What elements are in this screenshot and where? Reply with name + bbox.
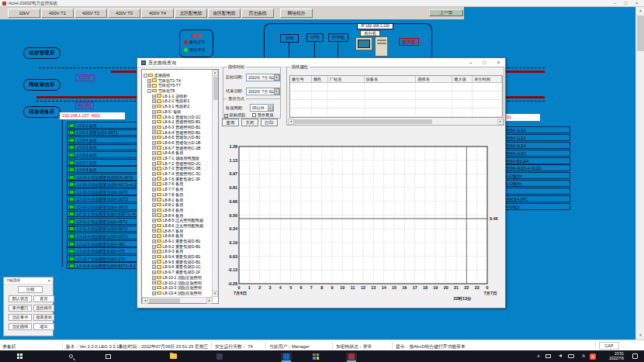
tree-expander-icon[interactable]: + [152, 105, 156, 109]
column-header[interactable]: 设备名 [365, 76, 417, 82]
feeder-row[interactable]: L3-10-2 特别重要负荷A-4EY1~A-3E1 [67, 181, 144, 188]
feeder-row[interactable]: L3-11-3 特别重要负荷A-5ET2 [67, 226, 144, 233]
tree-item[interactable]: +L8-8-5 泛光照明配电箱 [143, 218, 213, 223]
show-max-checkbox[interactable] [252, 113, 256, 117]
dropdown-icon[interactable]: ▼ [274, 88, 279, 95]
search-icon[interactable] [65, 353, 76, 360]
feeder-row[interactable]: L3-11-5 特别重要负荷A-4BC [67, 240, 144, 247]
feeder-row[interactable]: L3-11-7 特别重要负荷A-2T3 [67, 255, 144, 262]
tree-item[interactable]: +L8-7-1 场地用电预留 [143, 156, 213, 161]
tray-sogou-icon[interactable]: S [590, 353, 596, 362]
tree-expander-icon[interactable]: + [152, 95, 156, 98]
column-header[interactable]: 发生时间 [473, 76, 502, 82]
tree-expander-icon[interactable]: + [152, 203, 156, 207]
tray-volume-icon[interactable] [559, 354, 562, 362]
tree-expander-icon[interactable]: + [152, 234, 156, 238]
tree-item[interactable]: +L8-10-2 消防应急照明 [143, 281, 213, 286]
tree-expander-icon[interactable]: + [152, 255, 156, 259]
tree-expander-icon[interactable]: + [152, 286, 156, 290]
tree-item[interactable]: +L8-7-8 备用 [143, 192, 213, 198]
feeder-row[interactable]: L3-9-7 备用 [67, 159, 144, 166]
app-icon-grid[interactable] [310, 353, 321, 360]
tree-expander-icon[interactable]: + [152, 126, 156, 129]
tree-item[interactable]: +L8-10-1 消防应急照明 [143, 275, 213, 281]
query-button[interactable]: 查询 [222, 119, 239, 126]
previous-page-button[interactable]: 上一页 [429, 9, 463, 17]
scroll-thumb[interactable] [637, 16, 644, 51]
tree-item[interactable]: +L8-6-8 备用 [143, 150, 213, 156]
tab[interactable]: 400V T1 [41, 9, 74, 19]
tree-item[interactable]: +万体馆T5-T7 [143, 83, 213, 88]
tree-expander-icon[interactable]: - [147, 89, 151, 93]
column-header[interactable]: 最大值 [452, 76, 473, 82]
dropdown-icon[interactable]: ▼ [268, 105, 273, 112]
column-header[interactable]: 曲线名 [416, 76, 452, 82]
feeder-row[interactable]: L3-9-3 重要负荷A-5DT1 [67, 129, 144, 136]
tree-hscrollbar[interactable]: ◄ ► [142, 297, 213, 303]
tree-expander-icon[interactable]: - [144, 74, 147, 78]
tree-item[interactable]: +L8-6-4 普通照明D-B1 [143, 130, 213, 136]
tree-item[interactable]: +万体馆T1-T4 [143, 78, 213, 84]
tab[interactable]: 南区配电箱 [208, 9, 241, 19]
feeder-row[interactable]: L3-9-4 备用 [67, 136, 144, 143]
panel-button[interactable]: 历史曲线 [9, 323, 32, 330]
app-icon-dark[interactable] [214, 353, 225, 360]
close-icon[interactable]: × [47, 278, 50, 284]
tree-expander-icon[interactable]: + [152, 167, 156, 171]
tree-expander-icon[interactable]: + [152, 209, 156, 212]
tree-item[interactable]: +L8-9-5 重要负荷D-B1 [143, 260, 213, 265]
scroll-down-icon[interactable]: ▼ [636, 332, 644, 340]
tree-expander-icon[interactable]: + [152, 245, 156, 249]
tree-item[interactable]: +L8-8-3 备用 [143, 208, 213, 213]
feeder-row[interactable]: L3-10-1 特别重要负荷DCS.AP3b [67, 174, 144, 181]
tree-expander-icon[interactable]: + [152, 146, 156, 150]
app-icon-scada[interactable] [346, 353, 357, 360]
attr-hscrollbar[interactable]: ◄ ► [288, 119, 504, 125]
column-header[interactable]: 索引号 [290, 76, 312, 82]
tree-item[interactable]: +L8-10-3 消防应急照明 [143, 285, 213, 291]
tree-item[interactable]: +L8-9-6 重要负荷D-1C [143, 264, 213, 270]
panel-button[interactable]: 历史事件 [9, 314, 32, 321]
tree-item[interactable]: +L8-6-5 普通动力D-B1 [143, 135, 213, 140]
tree-item[interactable]: +L8-9-2 重要负荷D-B1 [143, 244, 213, 250]
tree-item[interactable]: +L8-8-6 泛光照明配电箱 [143, 223, 213, 229]
start-date-field[interactable]: 2022年 7月 6日▼ [246, 74, 280, 81]
tree-expander-icon[interactable]: + [152, 99, 156, 103]
tree-item[interactable]: +L8-8-1 备用 [143, 198, 213, 203]
window-titlebar[interactable]: Acrel-2000Z电力监控系统 – □ × [0, 0, 644, 7]
tree-item[interactable]: +L8-6-2 普通照明D-B1 [143, 119, 213, 125]
tree-expander-icon[interactable]: + [152, 193, 156, 197]
tree-expander-icon[interactable]: + [152, 172, 156, 176]
tab[interactable]: 网络拓扑 [280, 9, 313, 19]
feeder-row[interactable]: L3-10-4 特别重要负荷A-2ET3 [67, 195, 144, 202]
panel-button[interactable]: 事件窗口 [9, 305, 32, 312]
panel-button[interactable]: 报表查询 [33, 314, 54, 321]
scroll-up-icon[interactable]: ▲ [636, 7, 644, 15]
column-header[interactable]: 厂站名 [328, 76, 365, 82]
mouse-track-checkbox[interactable]: ✓ [224, 114, 228, 118]
tree-item[interactable]: +L8-7-5 重要负荷C-3F [143, 177, 213, 182]
feeder-row[interactable]: L3-11-1 特别重要负荷A-B1EY1~A-2E [67, 211, 144, 218]
dialog-maximize-button[interactable]: □ [479, 59, 490, 67]
tab[interactable]: 400V T4 [141, 9, 174, 19]
tab[interactable]: 400V T2 [74, 9, 107, 19]
tree-item[interactable]: +L8-8-7 备用 [143, 229, 213, 234]
tree-expander-icon[interactable]: + [152, 151, 156, 155]
tree-expander-icon[interactable]: + [152, 276, 156, 280]
tree-item[interactable]: +L8-6-6 普通动力D-1B [143, 140, 213, 146]
tray-network-icon[interactable] [545, 354, 551, 362]
tree-item[interactable]: +L8-8-8 备用 [143, 233, 213, 239]
tab[interactable]: 北区配电箱 [175, 9, 207, 19]
tree-expander-icon[interactable]: + [152, 182, 156, 186]
tab[interactable]: 400V T3 [108, 9, 140, 19]
file-explorer-icon[interactable] [168, 353, 178, 360]
printer-device[interactable]: 打印机 [328, 33, 348, 42]
tray-lang-indicator[interactable]: A [582, 353, 585, 362]
feeder-row[interactable]: L3-9-5 备用 [67, 144, 144, 151]
tree-item[interactable]: +L8-3-1 电容柜2 [143, 104, 213, 109]
tree-expander-icon[interactable]: + [152, 157, 156, 160]
tab[interactable]: 历史曲线 [241, 9, 274, 19]
tree-expander-icon[interactable]: + [152, 224, 156, 228]
tree-expander-icon[interactable]: + [152, 213, 156, 217]
feeder-row[interactable]: L3-11-4 特别重要负荷A-5ET3 [67, 233, 144, 240]
